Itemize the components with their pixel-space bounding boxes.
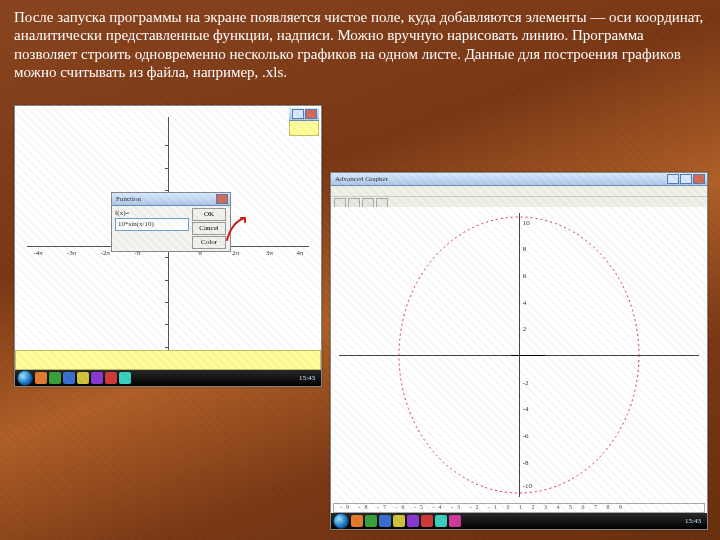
taskbar-icon[interactable]	[63, 372, 75, 384]
x-tick: -2π	[101, 249, 110, 257]
screenshot-2: Advanced Grapher 10 8 6	[330, 172, 708, 530]
taskbar-icon[interactable]	[449, 515, 461, 527]
minimize-icon[interactable]	[667, 174, 679, 184]
y-tick: -8	[523, 459, 529, 467]
taskbar-icon[interactable]	[35, 372, 47, 384]
x-tick: -3π	[67, 249, 76, 257]
window-fragment	[289, 108, 319, 136]
taskbar-icon[interactable]	[49, 372, 61, 384]
close-icon[interactable]	[216, 194, 228, 204]
y-tick: -10	[523, 482, 532, 490]
function-dialog: Function f(x)= 10*sin(x/10) OK Cancel Co…	[111, 192, 231, 252]
close-icon[interactable]	[693, 174, 705, 184]
y-tick: -6	[523, 432, 529, 440]
taskbar-2[interactable]: 15:43	[331, 513, 707, 529]
screenshot-1: -4π -3π -2π -π π 2π 3π 4π Function f(x)=…	[14, 105, 322, 387]
x-tick: 3π	[266, 249, 273, 257]
taskbar-icon[interactable]	[379, 515, 391, 527]
paragraph: После запуска программы на экране появля…	[14, 8, 706, 81]
y-tick: 4	[523, 299, 527, 307]
ruler-marks: -9 -8 -7 -6 -5 -4 -3 -2 -1 0 1 2 3 4 5 6…	[334, 504, 626, 510]
dialog-title: Function	[116, 195, 141, 203]
cancel-button[interactable]: Cancel	[192, 222, 226, 235]
slide-root: После запуска программы на экране появля…	[0, 0, 720, 540]
taskbar-icon[interactable]	[119, 372, 131, 384]
y-tick: 8	[523, 245, 527, 253]
y-tick: -4	[523, 405, 529, 413]
status-strip	[15, 350, 321, 370]
taskbar-icon[interactable]	[393, 515, 405, 527]
line-segment	[511, 355, 545, 356]
taskbar-icon[interactable]	[91, 372, 103, 384]
window-title: Advanced Grapher	[335, 175, 388, 183]
function-input[interactable]: 10*sin(x/10)	[115, 218, 189, 231]
x-tick: 4π	[297, 249, 304, 257]
y-tick: 2	[523, 325, 527, 333]
color-button[interactable]: Color	[192, 236, 226, 249]
ok-button[interactable]: OK	[192, 208, 226, 221]
maximize-icon[interactable]	[680, 174, 692, 184]
x-tick: -4π	[33, 249, 42, 257]
function-value: 10*sin(x/10)	[118, 220, 154, 228]
taskbar-icon[interactable]	[407, 515, 419, 527]
taskbar-icon[interactable]	[421, 515, 433, 527]
start-orb[interactable]	[333, 513, 349, 529]
menu-bar[interactable]	[331, 186, 707, 197]
taskbar-clock: 15:43	[685, 517, 705, 525]
y-tick: 6	[523, 272, 527, 280]
x-tick: 2π	[232, 249, 239, 257]
taskbar-icon[interactable]	[435, 515, 447, 527]
ruler: -9 -8 -7 -6 -5 -4 -3 -2 -1 0 1 2 3 4 5 6…	[333, 503, 705, 513]
taskbar-icon[interactable]	[77, 372, 89, 384]
window-titlebar[interactable]: Advanced Grapher	[331, 173, 707, 186]
taskbar-icon[interactable]	[351, 515, 363, 527]
func-label: f(x)=	[115, 209, 129, 217]
taskbar-1[interactable]: 15:43	[15, 370, 321, 386]
taskbar-icon[interactable]	[365, 515, 377, 527]
y-tick: 10	[523, 219, 530, 227]
dialog-titlebar[interactable]: Function	[112, 193, 230, 206]
taskbar-clock: 15:43	[299, 374, 319, 382]
start-orb[interactable]	[17, 370, 33, 386]
taskbar-icon[interactable]	[105, 372, 117, 384]
plot-area-2: 10 8 6 4 2 -2 -4 -6 -8 -10	[331, 207, 707, 503]
y-tick: -2	[523, 379, 529, 387]
